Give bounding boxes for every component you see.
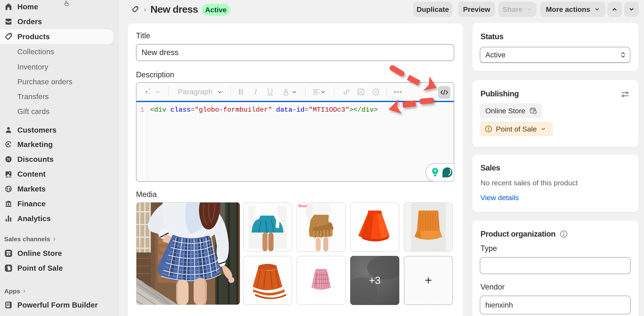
- svg-text:+3: +3: [369, 275, 381, 286]
